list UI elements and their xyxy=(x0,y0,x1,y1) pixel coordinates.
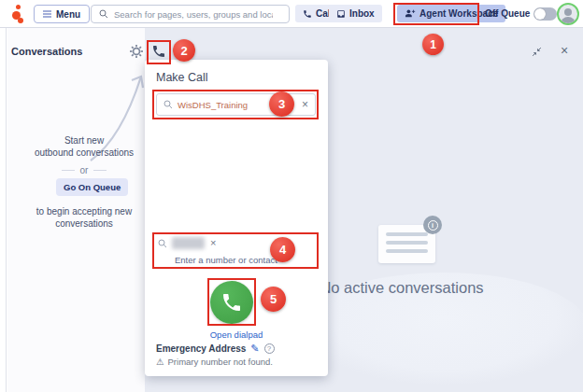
phone-icon xyxy=(303,9,312,19)
app-window: Menu Calls Inbox xyxy=(0,0,583,392)
annotation-circle-4: 4 xyxy=(270,237,295,262)
help-icon[interactable]: ? xyxy=(264,343,275,354)
inbox-label: Inbox xyxy=(349,8,375,19)
collapse-panel-button[interactable] xyxy=(531,46,543,58)
info-icon: i xyxy=(423,216,442,234)
phone-icon xyxy=(151,44,166,59)
search-input[interactable] xyxy=(114,9,273,20)
user-avatar[interactable] xyxy=(557,3,579,25)
no-active-conversations-text: No active conversations xyxy=(308,279,495,297)
collapse-icon xyxy=(531,46,543,58)
hamburger-icon xyxy=(43,10,51,18)
emergency-address-label: Emergency Address xyxy=(156,343,246,354)
close-panel-button[interactable]: × xyxy=(561,43,568,58)
go-on-queue-button[interactable]: Go On Queue xyxy=(56,178,128,196)
off-queue-toggle[interactable] xyxy=(533,7,557,21)
top-bar: Menu Calls Inbox xyxy=(0,0,583,28)
global-search[interactable] xyxy=(91,5,290,23)
inbox-icon xyxy=(336,9,346,19)
annotation-rect-1 xyxy=(393,3,479,25)
annotation-circle-5: 5 xyxy=(261,287,286,312)
search-icon xyxy=(99,9,108,19)
warning-icon: ⚠ xyxy=(156,357,164,367)
gear-icon xyxy=(129,44,144,59)
emergency-address-row: Emergency Address ✎ ? xyxy=(156,343,275,355)
begin-accepting-text: to begin accepting new conversations xyxy=(14,205,154,230)
start-outbound-text: Start new outbound conversations xyxy=(14,134,154,159)
annotation-circle-2: 2 xyxy=(173,39,195,62)
left-gutter xyxy=(0,28,7,392)
open-dialpad-link[interactable]: Open dialpad xyxy=(145,329,328,340)
toggle-knob xyxy=(534,8,546,20)
edit-pencil-icon[interactable]: ✎ xyxy=(250,343,259,355)
off-queue-label: Off Queue xyxy=(485,8,530,19)
menu-button[interactable]: Menu xyxy=(34,5,90,23)
make-call-title: Make Call xyxy=(156,71,208,84)
annotation-circle-3: 3 xyxy=(269,91,294,117)
annotation-circle-1: 1 xyxy=(422,34,444,55)
panel-title: Conversations xyxy=(11,46,82,57)
primary-number-warning: ⚠ Primary number not found. xyxy=(156,357,273,367)
inbox-button[interactable]: Inbox xyxy=(329,5,382,22)
settings-gear-button[interactable] xyxy=(129,44,144,59)
make-call-phone-button[interactable] xyxy=(151,44,166,59)
annotation-rect-5 xyxy=(207,278,256,326)
or-separator: or xyxy=(14,164,154,176)
menu-label: Menu xyxy=(56,9,80,20)
